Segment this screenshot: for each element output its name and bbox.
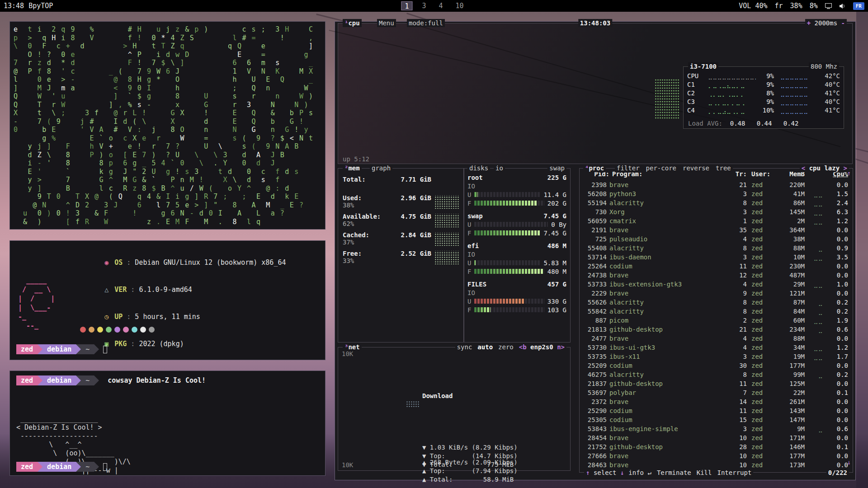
process-threads: 4 (731, 280, 747, 289)
disk-label: efi (467, 242, 479, 249)
disk-value: 225 G (547, 174, 566, 181)
process-row[interactable]: 25209 codium 30 zed 177M 0.0 (580, 361, 853, 370)
process-row[interactable]: 2398 brave 21 zed 220M 0.0 (580, 180, 853, 189)
process-row[interactable]: 24738 brave 12 zed 487M 0.0 (580, 271, 853, 280)
process-mem: 147M (777, 415, 805, 424)
net-tab[interactable]: auto (477, 343, 493, 351)
status-module[interactable]: 38% (790, 2, 802, 10)
disk-line: swap 7.45 G (464, 211, 570, 220)
process-row[interactable]: 21813 github-desktop 21 zed 234M ⣀ 0.6 (580, 325, 853, 334)
process-pid: 55194 (584, 198, 609, 207)
mode-toggle[interactable]: mode:full (407, 19, 445, 27)
disk-line: IO (464, 288, 570, 297)
workspace-button[interactable]: 1 (401, 1, 412, 10)
process-row[interactable]: 53714 ibus-daemon 3 zed 10M ⣀⣀ 3.5 (580, 253, 853, 262)
cmatrix-line: 7 r z d * d F ! 7 $ \ ] 6 6 m s _ (14, 59, 321, 67)
process-row[interactable]: 725 pulseaudio 4 zed 38M 0.0 (580, 235, 853, 244)
mem-graph-toggle[interactable]: graph (370, 164, 392, 172)
process-row[interactable]: 53843 ibus-engine-simple 3 zed 9M ⣀ 0.6 (580, 424, 853, 433)
cpu-box: ¹cpu Menu mode:full 13:48:03 + 2000ms - … (338, 23, 853, 164)
process-row[interactable]: 2372 brave 14 zed 261M 0.0 (580, 397, 853, 406)
process-pid: 21837 (584, 379, 609, 388)
process-row[interactable]: 887 picom 2 zed 60M ⣀⣀ 1.9 (580, 316, 853, 325)
status-module[interactable]: 8% (810, 2, 818, 10)
keyboard-layout-badge[interactable]: FR (853, 2, 864, 10)
process-cpu-graph (805, 361, 825, 370)
process-cpu-graph: ⣀⣀ (805, 253, 825, 262)
info-line: ▣PKG : 2022 (dpkg) (80, 330, 286, 357)
process-row[interactable]: 56208 python3 3 zed 41M ⣀⣀ 1.5 (580, 189, 853, 198)
net-tab[interactable]: zero (498, 343, 514, 351)
process-threads: 10 (731, 460, 747, 469)
process-row[interactable]: 53733 ibus-extension-gtk3 4 zed 29M ⣀⣀ 1… (580, 280, 853, 289)
interval-increase-button[interactable]: + (807, 19, 811, 27)
col-user[interactable]: User: (747, 170, 777, 178)
proc-action-button[interactable]: Terminate (657, 469, 691, 477)
proc-action-button[interactable]: Interrupt (717, 469, 751, 477)
shell-prompt[interactable]: zeddebian~ (16, 344, 107, 354)
workspace-button[interactable]: 4 (435, 1, 446, 10)
process-row[interactable]: 25264 codium 11 zed 230M 0.0 (580, 262, 853, 271)
process-pid: 21813 (584, 325, 609, 334)
process-row[interactable]: 28463 brave 10 zed 173M 0.0 (580, 460, 853, 469)
process-row[interactable]: 53730 ibus-ui-gtk3 4 zed 34M ⣀⣀ 1.2 (580, 343, 853, 352)
shell-prompt[interactable]: zeddebian~ (16, 462, 107, 472)
status-module[interactable]: fr (775, 2, 783, 10)
proc-tab[interactable]: tree (716, 164, 731, 172)
process-row[interactable]: 53697 polybar 7 zed 22M 0.1 (580, 388, 853, 397)
process-row[interactable]: 25305 codium 15 zed 147M 0.0 (580, 415, 853, 424)
cowsay-line: < Debian-Z Is Cool! > (16, 423, 131, 432)
speaker-icon[interactable] (839, 3, 846, 9)
swap-tab[interactable]: swap (547, 164, 566, 172)
disk-line: U 5.83 M (464, 258, 570, 267)
process-row[interactable]: 27666 brave 10 zed 177M 0.0 (580, 451, 853, 460)
disks-tab[interactable]: disks (467, 164, 490, 172)
process-mem: 86M (777, 198, 805, 207)
process-cpu-graph (805, 433, 825, 442)
proc-action-button[interactable]: Kill (697, 469, 712, 477)
process-row[interactable]: 55626 alacritty 8 zed 87M ⣀ 0.2 (580, 298, 853, 307)
cowsay-line: || || (16, 475, 131, 476)
workspace-button[interactable]: 10 (453, 1, 467, 10)
net-tab[interactable]: sync (457, 343, 472, 351)
process-row[interactable]: 28454 brave 10 zed 171M 0.0 (580, 433, 853, 442)
core-temp-graph: ⣀⣀⣀⣀⣀⣀ (777, 98, 816, 105)
proc-tab[interactable]: per-core (646, 164, 676, 172)
cursor[interactable] (103, 463, 107, 471)
process-row[interactable]: 55194 alacritty 8 zed 86M ⣀⣀ 2.4 (580, 198, 853, 207)
process-row[interactable]: 21752 github-desktop 28 zed 146M 0.1 (580, 442, 853, 451)
process-row[interactable]: 55842 alacritty 8 zed 84M ⣀ 0.2 (580, 307, 853, 316)
workspace-button[interactable]: 3 (419, 1, 429, 10)
process-row[interactable]: 25290 codium 11 zed 143M 0.0 (580, 406, 853, 415)
process-pid: 25264 (584, 262, 609, 271)
process-user: zed (747, 334, 777, 343)
process-threads: 14 (731, 397, 747, 406)
process-row[interactable]: 2477 brave 4 zed 88M 0.0 (580, 334, 853, 343)
interval-decrease-button[interactable]: - (841, 19, 845, 27)
net-interface-switcher[interactable]: <b enp2s0 n> (519, 343, 565, 351)
process-name: brave (609, 225, 731, 235)
process-row[interactable]: 2229 brave 9 zed 121M 0.0 (580, 289, 853, 298)
col-threads[interactable]: Tr: (731, 170, 747, 178)
proc-tab[interactable]: filter (617, 164, 640, 172)
process-row[interactable]: 53735 ibus-x11 3 zed 19M ⣀⣀ 1.7 (580, 352, 853, 361)
proc-action-button[interactable]: info ↵ (628, 469, 651, 477)
process-row[interactable]: 730 Xorg 3 zed 145M ⣀⣀ 6.3 (580, 207, 853, 216)
process-row[interactable]: 56059 cmatrix 1 zed 2M ⣀⣀ 1.2 (580, 216, 853, 225)
cursor[interactable] (103, 346, 107, 353)
menu-button[interactable]: Menu (377, 19, 396, 27)
info-label: VER (114, 286, 127, 294)
process-row[interactable]: 46275 alacritty 8 zed 99M ⣀ 0.2 (580, 370, 853, 379)
sort-selector[interactable]: < cpu lazy > (800, 164, 849, 172)
mem-stat: Total: 7.71 GiB (343, 176, 459, 190)
process-row[interactable]: 21837 github-desktop 11 zed 125M 0.0 (580, 379, 853, 388)
disk-meter-fill (474, 201, 537, 206)
display-icon[interactable] (825, 3, 832, 9)
status-module[interactable]: VOL 40% (739, 2, 767, 10)
process-row[interactable]: 55408 alacritty 8 zed 88M ⣀ 0.9 (580, 244, 853, 253)
process-pid: 55842 (584, 307, 609, 316)
process-row[interactable]: 2191 brave 35 zed 364M 0.0 (580, 225, 853, 235)
io-tab[interactable]: io (494, 164, 505, 172)
proc-tab[interactable]: reverse (683, 164, 709, 172)
process-name: github-desktop (609, 325, 731, 334)
